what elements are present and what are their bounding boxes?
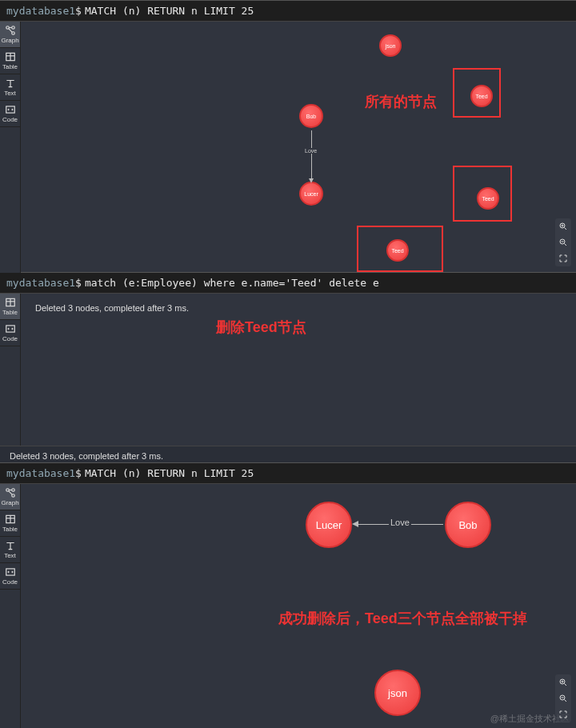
zoom-out-button[interactable] [555,690,571,706]
view-sidebar: Table Code [0,294,21,446]
zoom-controls [555,218,571,266]
svg-line-34 [565,700,567,702]
view-tab-code[interactable]: Code [0,320,20,346]
fullscreen-icon [558,710,568,719]
edge-label: Love [389,518,411,527]
zoom-in-icon [558,222,568,231]
zoom-fit-button[interactable] [555,706,571,722]
graph-icon [5,487,16,498]
arrow-down-icon [309,178,314,183]
annotation-text: 删除Teed节点 [216,318,306,337]
view-tab-table[interactable]: Table [0,294,20,320]
db-name: mydatabase1 [6,5,75,17]
graph-canvas[interactable]: json Bob Lucer Teed Teed Teed Love 所有的节点 [21,22,576,273]
svg-line-3 [8,29,12,33]
view-tab-graph[interactable]: Graph [0,22,20,48]
db-name: mydatabase1 [6,277,75,289]
svg-line-14 [565,244,567,246]
view-tab-code[interactable]: Code [0,101,20,127]
view-tab-graph[interactable]: Graph [0,484,20,510]
zoom-in-button[interactable] [555,674,571,690]
result-canvas: Deleted 3 nodes, completed after 3 ms. 删… [21,294,576,446]
zoom-in-icon [558,678,568,687]
query-bar: mydatabase1$ MATCH (n) RETURN n LIMIT 25 [0,463,576,484]
graph-icon [5,25,16,36]
view-tab-table[interactable]: Table [0,510,20,537]
svg-line-30 [565,684,567,686]
view-tab-code[interactable]: Code [0,563,20,590]
highlight-box [357,226,443,272]
zoom-out-button[interactable] [555,234,571,250]
svg-line-10 [565,228,567,230]
prompt-symbol: $ [75,277,82,289]
prompt-symbol: $ [75,467,82,479]
zoom-out-icon [558,694,568,703]
node-bob[interactable]: Bob [445,502,491,548]
query-text[interactable]: MATCH (n) RETURN n LIMIT 25 [85,467,254,479]
text-icon [5,78,16,89]
edge-label: Love [303,148,318,154]
db-name: mydatabase1 [6,467,75,479]
node-json[interactable]: json [374,670,421,716]
text-icon [5,540,16,551]
query-bar: mydatabase1$ MATCH (n) RETURN n LIMIT 25 [0,1,576,22]
arrow-left-icon [352,521,358,527]
graph-canvas[interactable]: Lucer Bob json Love 成功删除后，Teed三个节点全部被干掉 [21,484,576,728]
view-tab-text[interactable]: Text [0,537,20,563]
annotation-text: 成功删除后，Teed三个节点全部被干掉 [278,609,527,628]
code-icon [5,323,16,334]
result-message: Deleted 3 nodes, completed after 3 ms. [35,303,189,313]
prompt-symbol: $ [75,5,82,17]
svg-point-22 [11,489,14,492]
svg-point-2 [11,26,14,30]
zoom-fit-button[interactable] [555,250,571,266]
table-icon [5,514,16,525]
query-text[interactable]: MATCH (n) RETURN n LIMIT 25 [85,5,254,17]
node-json[interactable]: json [379,34,402,57]
table-icon [5,297,16,308]
svg-line-23 [8,491,12,495]
result-panel-3: mydatabase1$ MATCH (n) RETURN n LIMIT 25… [0,462,576,728]
zoom-out-icon [558,238,568,247]
code-icon [5,566,16,578]
query-text[interactable]: match (e:Employee) where e.name='Teed' d… [85,277,379,289]
zoom-in-button[interactable] [555,218,571,234]
code-icon [5,104,16,115]
table-icon [5,51,16,62]
edge-bob-lucer [311,130,312,178]
annotation-text: 所有的节点 [365,92,437,111]
view-sidebar: Graph Table Text Code [0,22,21,273]
result-panel-1: mydatabase1$ MATCH (n) RETURN n LIMIT 25… [0,0,576,272]
highlight-box [453,68,501,118]
view-sidebar: Graph Table Text Code [0,484,21,728]
node-bob[interactable]: Bob [299,104,323,128]
result-panel-2: mydatabase1$ match (e:Employee) where e.… [0,272,576,462]
query-bar: mydatabase1$ match (e:Employee) where e.… [0,273,576,294]
node-lucer[interactable]: Lucer [306,502,352,548]
zoom-controls [555,674,571,722]
fullscreen-icon [558,254,568,263]
highlight-box [453,166,512,222]
view-tab-text[interactable]: Text [0,74,20,101]
view-tab-table[interactable]: Table [0,48,20,74]
node-lucer[interactable]: Lucer [299,182,323,206]
